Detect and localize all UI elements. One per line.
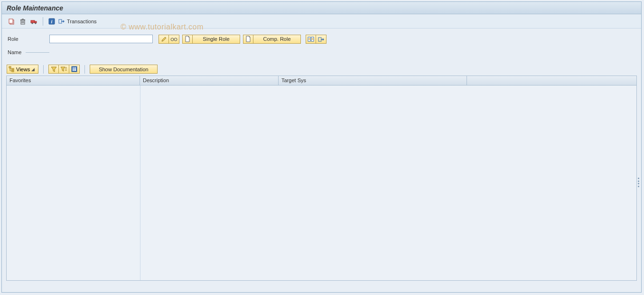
- layout-button[interactable]: [69, 65, 80, 74]
- svg-point-10: [32, 22, 33, 24]
- right-splitter-handle[interactable]: [638, 178, 640, 187]
- svg-rect-23: [9, 67, 11, 68]
- single-role-button[interactable]: Single Role: [193, 35, 240, 44]
- svg-point-11: [35, 22, 37, 24]
- layout-icon: [71, 66, 77, 72]
- svg-point-20: [308, 38, 310, 39]
- filter-icon: [51, 66, 57, 72]
- export-button[interactable]: [316, 35, 327, 44]
- edit-button[interactable]: [159, 35, 169, 44]
- util-group: [306, 35, 327, 44]
- single-role-group: Single Role: [182, 35, 240, 44]
- comp-role-button[interactable]: Comp. Role: [253, 35, 301, 44]
- column-separator: [140, 86, 140, 280]
- document-icon: [245, 36, 251, 42]
- transactions-button[interactable]: Transactions: [58, 18, 97, 25]
- transport-icon[interactable]: [29, 17, 39, 26]
- svg-rect-8: [31, 20, 35, 23]
- form-area: Role Single Role: [2, 29, 641, 62]
- show-documentation-button[interactable]: Show Documentation: [90, 65, 158, 74]
- svg-point-16: [174, 38, 177, 41]
- views-button[interactable]: Views ◢: [7, 65, 38, 74]
- title-bar: Role Maintenance: [2, 2, 641, 14]
- main-toolbar: i Transactions: [2, 14, 641, 29]
- role-input[interactable]: [49, 35, 153, 43]
- role-label: Role: [7, 36, 49, 42]
- table-body[interactable]: [7, 86, 636, 280]
- display-button[interactable]: [169, 35, 179, 44]
- document-icon: [185, 36, 190, 42]
- info-icon[interactable]: i: [47, 17, 56, 26]
- filter-more-button[interactable]: [59, 65, 69, 74]
- copy-icon[interactable]: [7, 17, 16, 26]
- column-header-description[interactable]: Description: [140, 76, 279, 85]
- name-row: Name: [7, 47, 636, 58]
- toolbar-separator: [43, 17, 43, 26]
- pencil-icon: [161, 36, 167, 42]
- page-title: Role Maintenance: [7, 4, 63, 12]
- column-header-favorites[interactable]: Favorites: [7, 76, 140, 85]
- svg-rect-24: [12, 68, 14, 70]
- svg-point-21: [312, 38, 313, 39]
- mid-toolbar: Views ◢ Show Documentation: [2, 62, 641, 76]
- filter-plus-icon: [60, 66, 67, 72]
- comp-role-group: Comp. Role: [243, 35, 301, 44]
- column-header-targetsys[interactable]: Target Sys: [279, 76, 467, 85]
- app-window: Role Maintenance i Transactions © www.tu…: [1, 1, 642, 293]
- svg-rect-25: [12, 70, 14, 72]
- filter-button[interactable]: [48, 65, 59, 74]
- breakout-icon: [58, 18, 65, 25]
- name-value-underline: [26, 52, 49, 53]
- toolbar-separator: [43, 65, 44, 74]
- views-label: Views: [16, 67, 30, 72]
- name-label: Name: [7, 49, 26, 55]
- column-header-empty: [467, 76, 636, 85]
- role-row: Role Single Role: [7, 33, 636, 45]
- chevron-down-icon: ◢: [31, 67, 35, 72]
- edit-display-group: [159, 35, 179, 44]
- transactions-label: Transactions: [67, 19, 97, 24]
- new-single-role-icon-button[interactable]: [182, 35, 193, 44]
- table-header: Favorites Description Target Sys: [7, 76, 636, 86]
- svg-rect-1: [9, 19, 13, 23]
- tree-icon: [9, 66, 15, 72]
- filter-group: [48, 65, 80, 74]
- export-icon: [318, 36, 325, 42]
- svg-point-15: [171, 38, 174, 41]
- delete-icon[interactable]: [18, 17, 28, 26]
- toolbar-separator: [84, 65, 85, 74]
- compare-button[interactable]: [306, 35, 316, 44]
- compare-icon: [308, 36, 314, 42]
- favorites-table: Favorites Description Target Sys: [6, 76, 637, 281]
- svg-text:i: i: [51, 19, 53, 24]
- glasses-icon: [170, 37, 177, 42]
- new-comp-role-icon-button[interactable]: [243, 35, 253, 44]
